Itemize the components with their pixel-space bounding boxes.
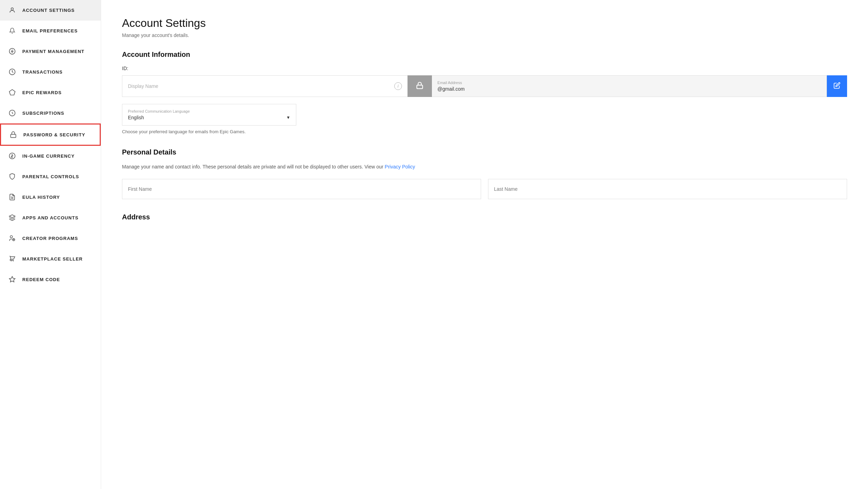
- sidebar-item-creator-programs[interactable]: CREATOR PROGRAMS: [0, 228, 101, 249]
- sidebar-item-label: EMAIL PREFERENCES: [22, 28, 78, 33]
- sidebar-item-transactions[interactable]: TRANSACTIONS: [0, 62, 101, 82]
- language-select[interactable]: Preferred Communication Language English…: [122, 104, 296, 126]
- sidebar-item-subscriptions[interactable]: SUBSCRIPTIONS: [0, 103, 101, 123]
- edit-icon: [833, 82, 840, 91]
- display-name-placeholder: Display Name: [128, 83, 158, 89]
- page-subtitle: Manage your account's details.: [122, 32, 847, 38]
- lock-button[interactable]: [408, 75, 432, 97]
- first-name-input[interactable]: [122, 179, 481, 199]
- sidebar-item-label: ACCOUNT SETTINGS: [22, 8, 75, 13]
- clock-icon: [8, 68, 16, 76]
- privacy-policy-link[interactable]: Privacy Policy: [385, 164, 415, 170]
- sidebar-item-redeem-code[interactable]: REDEEM CODE: [0, 269, 101, 290]
- lock-icon: [9, 131, 17, 138]
- sidebar-item-marketplace-seller[interactable]: MARKETPLACE SELLER: [0, 249, 101, 269]
- sidebar-item-parental-controls[interactable]: PARENTAL CONTROLS: [0, 166, 101, 187]
- subscriptions-icon: [8, 109, 16, 117]
- language-select-label: Preferred Communication Language: [128, 109, 290, 113]
- svg-rect-5: [11, 134, 16, 137]
- page-title: Account Settings: [122, 17, 847, 30]
- bell-icon: [8, 27, 16, 35]
- personal-details-section-title: Personal Details: [122, 148, 847, 156]
- sidebar-item-label: CREATOR PROGRAMS: [22, 236, 78, 241]
- account-info-section-title: Account Information: [122, 51, 847, 59]
- last-name-input[interactable]: [488, 179, 847, 199]
- sidebar-item-label: IN-GAME CURRENCY: [22, 153, 75, 159]
- display-name-field[interactable]: Display Name i: [122, 75, 408, 97]
- svg-marker-3: [9, 90, 15, 95]
- sidebar-item-apps-and-accounts[interactable]: APPS AND ACCOUNTS: [0, 208, 101, 228]
- coin-icon: [8, 152, 16, 160]
- sidebar-item-in-game-currency[interactable]: IN-GAME CURRENCY: [0, 146, 101, 166]
- sidebar-item-payment-management[interactable]: PAYMENT MANAGEMENT: [0, 41, 101, 62]
- edit-email-button[interactable]: [827, 75, 847, 97]
- personal-details-desc: Manage your name and contact info. These…: [122, 163, 847, 171]
- sidebar-item-label: PAYMENT MANAGEMENT: [22, 49, 84, 54]
- account-info-row: Display Name i Email Address @gmail.com: [122, 75, 847, 97]
- person-icon: [8, 6, 16, 14]
- info-icon[interactable]: i: [394, 82, 402, 90]
- sidebar-item-label: APPS AND ACCOUNTS: [22, 215, 78, 220]
- language-select-value-row: English ▼: [128, 115, 290, 120]
- language-select-value: English: [128, 115, 144, 120]
- sidebar-item-email-preferences[interactable]: EMAIL PREFERENCES: [0, 21, 101, 41]
- lock-field-icon: [416, 82, 424, 91]
- sidebar-item-eula-history[interactable]: EULA HISTORY: [0, 187, 101, 208]
- address-section-title: Address: [122, 213, 847, 221]
- email-field: Email Address @gmail.com: [432, 75, 827, 97]
- sidebar-item-label: EPIC REWARDS: [22, 90, 62, 95]
- sidebar-item-label: EULA HISTORY: [22, 195, 60, 200]
- chevron-down-icon: ▼: [286, 115, 290, 120]
- marketplace-icon: [8, 255, 16, 263]
- creator-icon: [8, 234, 16, 242]
- sidebar-item-label: REDEEM CODE: [22, 277, 60, 282]
- sidebar-item-label: MARKETPLACE SELLER: [22, 256, 83, 262]
- svg-point-10: [10, 236, 13, 238]
- sidebar-item-password-security[interactable]: PASSWORD & SECURITY: [0, 123, 101, 146]
- email-field-label: Email Address: [437, 81, 821, 85]
- doc-icon: [8, 193, 16, 201]
- sidebar-item-label: PARENTAL CONTROLS: [22, 174, 79, 179]
- sidebar-item-label: TRANSACTIONS: [22, 69, 63, 75]
- star-icon: [8, 276, 16, 283]
- shield-icon: [8, 173, 16, 180]
- sidebar-item-label: SUBSCRIPTIONS: [22, 111, 64, 116]
- sidebar-item-label: PASSWORD & SECURITY: [23, 132, 85, 137]
- svg-marker-9: [9, 215, 15, 218]
- sidebar: ACCOUNT SETTINGS EMAIL PREFERENCES PAYME…: [0, 0, 101, 489]
- apps-icon: [8, 214, 16, 221]
- main-content: Account Settings Manage your account's d…: [101, 0, 868, 489]
- name-fields-row: [122, 179, 847, 199]
- dollar-icon: [8, 47, 16, 55]
- sidebar-item-epic-rewards[interactable]: EPIC REWARDS: [0, 82, 101, 103]
- email-field-value: @gmail.com: [437, 86, 821, 92]
- personal-details-text: Manage your name and contact info. These…: [122, 164, 383, 170]
- language-select-wrapper: Preferred Communication Language English…: [122, 104, 847, 126]
- sidebar-item-account-settings[interactable]: ACCOUNT SETTINGS: [0, 0, 101, 21]
- language-hint: Choose your preferred language for email…: [122, 129, 847, 134]
- diamond-icon: [8, 89, 16, 96]
- svg-marker-12: [9, 277, 15, 282]
- id-label: ID:: [122, 66, 847, 71]
- svg-point-0: [11, 8, 14, 10]
- svg-rect-13: [417, 85, 423, 89]
